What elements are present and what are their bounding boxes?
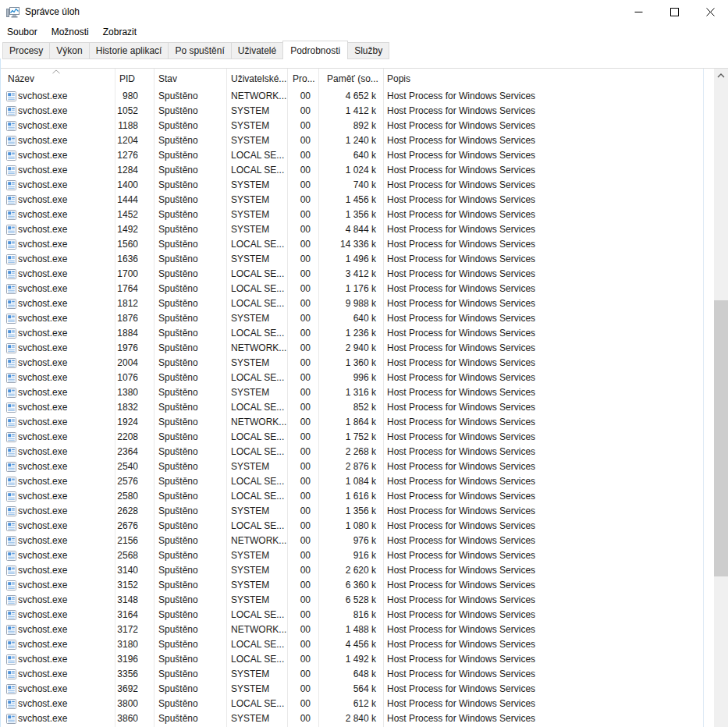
- user-cell: SYSTEM: [226, 667, 287, 682]
- table-row[interactable]: svchost.exe 1976 Spuštěno NETWORK... 00 …: [0, 341, 714, 356]
- minimize-button[interactable]: [620, 0, 656, 23]
- table-row[interactable]: svchost.exe 3164 Spuštěno LOCAL SE... 00…: [0, 608, 714, 622]
- table-row[interactable]: svchost.exe 1452 Spuštěno SYSTEM 00 1 35…: [0, 207, 714, 222]
- table-row[interactable]: svchost.exe 1380 Spuštěno SYSTEM 00 1 31…: [0, 385, 714, 400]
- table-row[interactable]: svchost.exe 1076 Spuštěno LOCAL SE... 00…: [0, 371, 714, 385]
- table-row[interactable]: svchost.exe 2364 Spuštěno LOCAL SE... 00…: [0, 445, 714, 459]
- process-name: svchost.exe: [18, 178, 67, 193]
- tab-procesy[interactable]: Procesy: [2, 42, 50, 59]
- table-row[interactable]: svchost.exe 2576 Spuštěno LOCAL SE... 00…: [0, 474, 714, 489]
- cpu-cell: 00: [287, 548, 318, 563]
- table-row[interactable]: svchost.exe 3140 Spuštěno SYSTEM 00 2 62…: [0, 563, 714, 578]
- table-row[interactable]: svchost.exe 1204 Spuštěno SYSTEM 00 1 24…: [0, 133, 714, 148]
- process-name: svchost.exe: [18, 504, 67, 519]
- table-row[interactable]: svchost.exe 3692 Spuštěno SYSTEM 00 564 …: [0, 682, 714, 697]
- table-row[interactable]: svchost.exe 3860 Spuštěno SYSTEM 00 2 84…: [0, 711, 714, 726]
- menu-item-zobrazit[interactable]: Zobrazit: [96, 24, 144, 40]
- table-row[interactable]: svchost.exe 2568 Spuštěno SYSTEM 00 916 …: [0, 548, 714, 563]
- table-row[interactable]: svchost.exe 1400 Spuštěno SYSTEM 00 740 …: [0, 178, 714, 193]
- table-row[interactable]: svchost.exe 1636 Spuštěno SYSTEM 00 1 49…: [0, 252, 714, 267]
- table-row[interactable]: svchost.exe 1560 Spuštěno LOCAL SE... 00…: [0, 237, 714, 252]
- tab-podrobnosti[interactable]: Podrobnosti: [282, 41, 348, 59]
- cpu-cell: 00: [287, 430, 318, 445]
- svchost-window-icon: [6, 358, 16, 368]
- table-row[interactable]: svchost.exe 1884 Spuštěno LOCAL SE... 00…: [0, 326, 714, 341]
- status-cell: Spuštěno: [154, 356, 226, 371]
- column-header-description[interactable]: Popis: [383, 69, 714, 89]
- process-name: svchost.exe: [18, 148, 67, 163]
- tab-vykon[interactable]: Výkon: [49, 42, 89, 59]
- svchost-window-icon: [6, 91, 16, 101]
- table-row[interactable]: svchost.exe 2156 Spuštěno NETWORK... 00 …: [0, 534, 714, 548]
- user-cell: LOCAL SE...: [226, 267, 287, 282]
- description-cell: Host Process for Windows Services: [383, 311, 714, 326]
- user-cell: LOCAL SE...: [226, 148, 287, 163]
- table-row[interactable]: svchost.exe 3800 Spuštěno LOCAL SE... 00…: [0, 697, 714, 711]
- column-header-user[interactable]: Uživatelské...: [226, 69, 287, 89]
- table-row[interactable]: svchost.exe 1188 Spuštěno SYSTEM 00 892 …: [0, 119, 714, 133]
- description-cell: Host Process for Windows Services: [383, 237, 714, 252]
- table-row[interactable]: svchost.exe 1700 Spuštěno LOCAL SE... 00…: [0, 267, 714, 282]
- user-cell: SYSTEM: [226, 311, 287, 326]
- table-row[interactable]: svchost.exe 1284 Spuštěno LOCAL SE... 00…: [0, 163, 714, 178]
- process-name-cell: svchost.exe: [0, 548, 115, 563]
- process-name: svchost.exe: [18, 430, 67, 445]
- svchost-window-icon: [6, 284, 16, 294]
- pid-cell: 3172: [115, 622, 154, 637]
- table-row[interactable]: svchost.exe 1812 Spuštěno LOCAL SE... 00…: [0, 296, 714, 311]
- svchost-window-icon: [6, 432, 16, 442]
- tab-sluzby[interactable]: Služby: [347, 42, 389, 59]
- cpu-cell: 00: [287, 445, 318, 459]
- table-row[interactable]: svchost.exe 1924 Spuštěno NETWORK... 00 …: [0, 415, 714, 430]
- table-row[interactable]: svchost.exe 3356 Spuštěno SYSTEM 00 648 …: [0, 667, 714, 682]
- user-cell: SYSTEM: [226, 178, 287, 193]
- column-header-memory[interactable]: Paměť (so...: [318, 69, 383, 89]
- scrollbar-thumb[interactable]: [714, 300, 728, 576]
- table-row[interactable]: svchost.exe 3196 Spuštěno LOCAL SE... 00…: [0, 652, 714, 667]
- column-header-pid[interactable]: PID: [115, 69, 154, 89]
- tab-po-spusteni[interactable]: Po spuštění: [168, 42, 231, 59]
- table-row[interactable]: svchost.exe 2004 Spuštěno SYSTEM 00 1 36…: [0, 356, 714, 371]
- process-name: svchost.exe: [18, 119, 67, 133]
- memory-cell: 648 k: [318, 667, 383, 682]
- status-cell: Spuštěno: [154, 445, 226, 459]
- memory-cell: 1 360 k: [318, 356, 383, 371]
- table-row[interactable]: svchost.exe 980 Spuštěno NETWORK... 00 4…: [0, 89, 714, 104]
- memory-cell: 1 488 k: [318, 622, 383, 637]
- table-row[interactable]: svchost.exe 1276 Spuštěno LOCAL SE... 00…: [0, 148, 714, 163]
- table-row[interactable]: svchost.exe 2676 Spuštěno LOCAL SE... 00…: [0, 519, 714, 534]
- memory-cell: 4 652 k: [318, 89, 383, 104]
- table-row[interactable]: svchost.exe 1052 Spuštěno SYSTEM 00 1 41…: [0, 104, 714, 119]
- close-button[interactable]: [692, 0, 728, 23]
- scroll-up-button[interactable]: [714, 69, 728, 82]
- table-row[interactable]: svchost.exe 3180 Spuštěno LOCAL SE... 00…: [0, 637, 714, 652]
- user-cell: NETWORK...: [226, 534, 287, 548]
- tab-uzivatele[interactable]: Uživatelé: [231, 42, 283, 59]
- table-row[interactable]: svchost.exe 2208 Spuštěno LOCAL SE... 00…: [0, 430, 714, 445]
- cpu-cell: 00: [287, 519, 318, 534]
- table-row[interactable]: svchost.exe 1492 Spuštěno SYSTEM 00 4 84…: [0, 222, 714, 237]
- process-name: svchost.exe: [18, 371, 67, 385]
- svchost-window-icon: [6, 462, 16, 472]
- table-row[interactable]: svchost.exe 1444 Spuštěno SYSTEM 00 1 45…: [0, 193, 714, 207]
- vertical-scrollbar[interactable]: [714, 69, 728, 727]
- process-name-cell: svchost.exe: [0, 267, 115, 282]
- table-row[interactable]: svchost.exe 1876 Spuštěno SYSTEM 00 640 …: [0, 311, 714, 326]
- table-row[interactable]: svchost.exe 1832 Spuštěno LOCAL SE... 00…: [0, 400, 714, 415]
- description-cell: Host Process for Windows Services: [383, 252, 714, 267]
- tab-historie-aplikaci[interactable]: Historie aplikací: [89, 42, 169, 59]
- table-row[interactable]: svchost.exe 2580 Spuštěno LOCAL SE... 00…: [0, 489, 714, 504]
- table-row[interactable]: svchost.exe 1764 Spuštěno LOCAL SE... 00…: [0, 282, 714, 296]
- table-row[interactable]: svchost.exe 3152 Spuštěno SYSTEM 00 6 36…: [0, 578, 714, 593]
- maximize-button[interactable]: [656, 0, 692, 23]
- table-row[interactable]: svchost.exe 3148 Spuštěno SYSTEM 00 6 52…: [0, 593, 714, 608]
- column-header-cpu[interactable]: Pro...: [287, 69, 318, 89]
- cpu-cell: 00: [287, 667, 318, 682]
- table-row[interactable]: svchost.exe 3172 Spuštěno NETWORK... 00 …: [0, 622, 714, 637]
- process-name: svchost.exe: [18, 563, 67, 578]
- menu-item-možnosti[interactable]: Možnosti: [44, 24, 96, 40]
- table-row[interactable]: svchost.exe 2540 Spuštěno SYSTEM 00 2 87…: [0, 459, 714, 474]
- menu-item-soubor[interactable]: Soubor: [0, 24, 44, 40]
- column-header-status[interactable]: Stav: [154, 69, 226, 89]
- table-row[interactable]: svchost.exe 2628 Spuštěno SYSTEM 00 1 35…: [0, 504, 714, 519]
